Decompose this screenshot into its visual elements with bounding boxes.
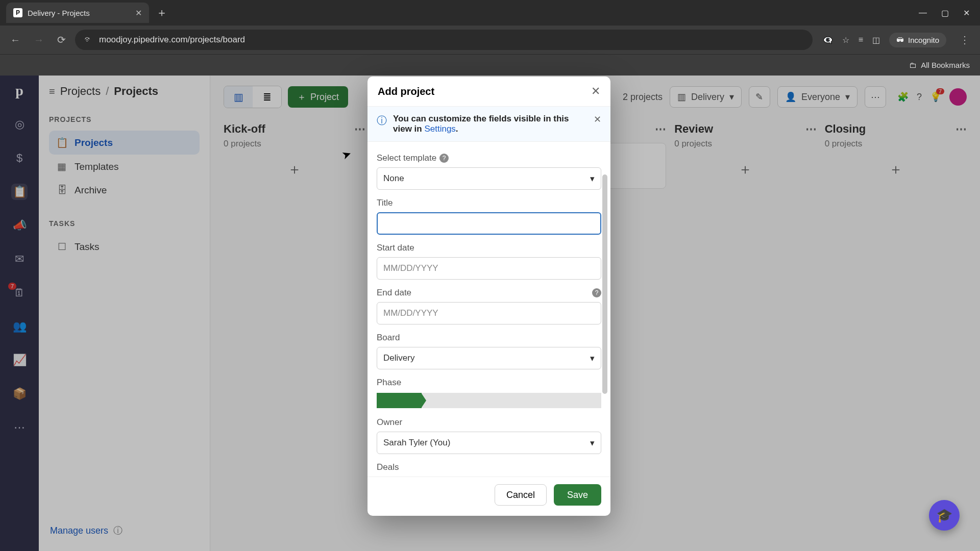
edit-icon[interactable]: ✎ <box>749 86 770 108</box>
modal-header: Add project ✕ <box>368 77 610 107</box>
sidebar-item-tasks[interactable]: ☐ Tasks <box>49 235 200 259</box>
template-value: None <box>383 173 404 184</box>
maximize-icon[interactable]: ▢ <box>941 8 949 18</box>
add-project-label: Project <box>310 92 339 103</box>
close-window-icon[interactable]: ✕ <box>963 8 970 18</box>
chevron-down-icon: ▾ <box>845 91 850 103</box>
browser-tab[interactable]: P Delivery - Projects ✕ <box>6 3 149 23</box>
board-filter-label: Delivery <box>691 92 724 103</box>
scrollbar[interactable] <box>602 174 609 471</box>
view-toggle: ▥ ≣ <box>224 86 282 108</box>
address-bar[interactable]: ᯤ moodjoy.pipedrive.com/projects/board <box>75 30 813 50</box>
info-text: You can customize the fields visible in … <box>393 114 587 134</box>
side-panel: ≡ Projects / Projects PROJECTS 📋 Project… <box>39 76 210 551</box>
add-card-button[interactable]: ＋ <box>825 159 967 180</box>
rail-calendar-icon[interactable]: 7🗓 <box>11 285 28 301</box>
list-view-icon[interactable]: ≣ <box>253 86 281 108</box>
dismiss-banner-icon[interactable]: ✕ <box>594 114 601 134</box>
board-filter[interactable]: ▥ Delivery ▾ <box>670 86 742 108</box>
column-title: Review <box>674 122 713 136</box>
avatar[interactable] <box>949 88 967 106</box>
column-subtitle: 0 projects <box>224 139 365 149</box>
add-card-button[interactable]: ＋ <box>674 159 816 180</box>
rail-insights-icon[interactable]: 📈 <box>11 352 28 368</box>
add-project-button[interactable]: ＋ Project <box>288 86 348 108</box>
start-date-input[interactable]: MM/DD/YYYY <box>377 257 601 280</box>
close-tab-icon[interactable]: ✕ <box>135 8 142 18</box>
column-menu-icon[interactable]: ⋯ <box>955 122 967 136</box>
sidebar-item-templates[interactable]: ▦ Templates <box>49 155 200 179</box>
new-tab-button[interactable]: ＋ <box>149 5 175 20</box>
help-icon[interactable]: ? <box>592 288 601 297</box>
column-menu-icon[interactable]: ⋯ <box>655 122 666 136</box>
help-icon[interactable]: ? <box>917 92 922 103</box>
clipboard-icon: 📋 <box>56 137 67 148</box>
people-filter[interactable]: 👤 Everyone ▾ <box>777 86 857 108</box>
rail-campaigns-icon[interactable]: 📣 <box>11 217 28 234</box>
info-icon: ⓘ <box>377 114 387 134</box>
settings-link[interactable]: Settings <box>424 124 455 134</box>
column-menu-icon[interactable]: ⋯ <box>354 122 365 136</box>
rail-contacts-icon[interactable]: 👥 <box>11 318 28 335</box>
board-select[interactable]: Delivery ▾ <box>377 347 601 369</box>
info-icon: ⓘ <box>113 524 122 537</box>
phase-segment[interactable] <box>556 393 601 408</box>
back-icon[interactable]: ← <box>6 31 24 49</box>
modal-close-icon[interactable]: ✕ <box>591 85 600 98</box>
board-view-icon[interactable]: ▥ <box>224 86 253 108</box>
title-input[interactable] <box>377 212 601 235</box>
phase-segment[interactable] <box>377 393 422 408</box>
sidebar-item-archive[interactable]: 🗄 Archive <box>49 179 200 202</box>
sidebar-item-label: Tasks <box>75 241 100 253</box>
site-info-icon[interactable]: ᯤ <box>84 35 93 45</box>
phase-segment[interactable] <box>422 393 467 408</box>
help-fab[interactable]: 🎓 <box>929 500 960 531</box>
reload-icon[interactable]: ⟳ <box>53 31 70 49</box>
manage-users-link[interactable]: Manage users ⓘ <box>49 519 200 542</box>
kebab-menu-icon[interactable]: ⋮ <box>955 31 974 49</box>
phase-selector[interactable] <box>377 393 601 408</box>
cancel-button[interactable]: Cancel <box>495 484 547 506</box>
extensions-icon[interactable]: 🧩 <box>897 91 909 103</box>
whatsnew-icon[interactable]: 💡 <box>930 91 941 103</box>
phase-segment[interactable] <box>467 393 511 408</box>
scrollbar-thumb[interactable] <box>602 174 607 394</box>
label-deals: Deals <box>377 462 601 472</box>
phase-segment[interactable] <box>511 393 556 408</box>
crumb-root[interactable]: Projects <box>60 85 101 98</box>
panel-icon[interactable]: ◫ <box>872 35 880 45</box>
rail-more-icon[interactable]: ⋯ <box>11 419 28 436</box>
rail-projects-icon[interactable]: 📋 <box>11 184 28 200</box>
info-post: . <box>456 124 458 134</box>
archive-icon: 🗄 <box>56 185 67 196</box>
end-date-placeholder: MM/DD/YYYY <box>383 308 438 318</box>
app-logo[interactable]: p <box>15 83 23 99</box>
owner-select[interactable]: Sarah Tyler (You) ▾ <box>377 432 601 454</box>
template-select[interactable]: None ▾ <box>377 167 601 190</box>
chevron-down-icon: ▾ <box>590 353 595 364</box>
rail-focus-icon[interactable]: ◎ <box>11 116 28 133</box>
rail-mail-icon[interactable]: ✉ <box>11 251 28 267</box>
sidebar-item-projects[interactable]: 📋 Projects <box>49 131 200 155</box>
help-icon[interactable]: ? <box>439 154 449 163</box>
end-date-input[interactable]: MM/DD/YYYY <box>377 302 601 324</box>
chevron-down-icon: ▾ <box>590 438 595 448</box>
people-filter-label: Everyone <box>801 92 840 103</box>
browser-chrome: P Delivery - Projects ✕ ＋ — ▢ ✕ ← → ⟳ ᯤ … <box>0 0 980 76</box>
bookmark-star-icon[interactable]: ☆ <box>842 35 849 45</box>
more-icon[interactable]: ⋯ <box>865 86 886 108</box>
save-button[interactable]: Save <box>554 484 601 506</box>
board-column: Closing ⋯ 0 projects ＋ <box>825 122 967 189</box>
info-banner: ⓘ You can customize the fields visible i… <box>368 107 610 142</box>
rail-products-icon[interactable]: 📦 <box>11 386 28 402</box>
collapse-sidebar-icon[interactable]: ≡ <box>49 86 55 97</box>
playlist-icon[interactable]: ≡ <box>859 35 863 44</box>
start-date-placeholder: MM/DD/YYYY <box>383 263 438 273</box>
all-bookmarks-button[interactable]: 🗀 All Bookmarks <box>909 61 970 69</box>
eye-off-icon[interactable]: 👁‍🗨 <box>823 35 833 45</box>
column-menu-icon[interactable]: ⋯ <box>805 122 817 136</box>
rail-currency-icon[interactable]: $ <box>11 150 28 166</box>
incognito-indicator[interactable]: 🕶 Incognito <box>889 33 946 47</box>
label-owner: Owner <box>377 417 601 428</box>
minimize-icon[interactable]: — <box>919 8 927 18</box>
